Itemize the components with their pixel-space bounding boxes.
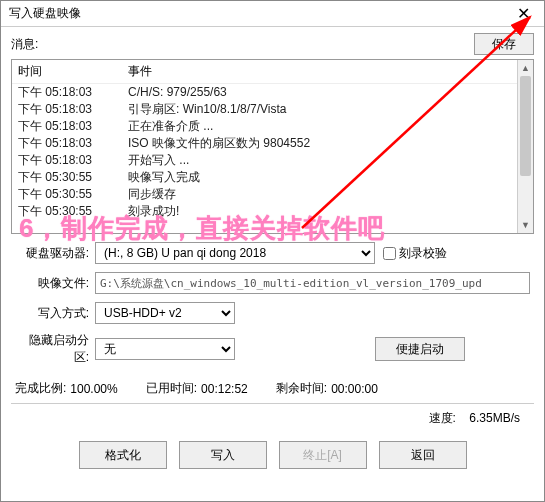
progress-row: 完成比例: 100.00% 已用时间: 00:12:52 剩余时间: 00:00…	[1, 374, 544, 403]
verify-checkbox-wrap[interactable]: 刻录校验	[383, 245, 447, 262]
drive-label: 硬盘驱动器:	[15, 245, 95, 262]
window-title: 写入硬盘映像	[1, 5, 502, 22]
remain-value: 00:00:00	[331, 382, 378, 396]
hide-boot-row: 隐藏启动分区: 无 便捷启动	[15, 332, 530, 366]
log-header-event: 事件	[128, 63, 152, 80]
message-row: 消息: 保存	[1, 27, 544, 59]
speed-row: 速度: 6.35MB/s	[1, 404, 544, 427]
titlebar: 写入硬盘映像 ✕	[1, 1, 544, 27]
log-row: 下午 05:30:55映像写入完成	[18, 169, 527, 186]
log-row: 下午 05:18:03正在准备介质 ...	[18, 118, 527, 135]
form-area: 硬盘驱动器: (H:, 8 GB) U pan qi dong 2018 刻录校…	[1, 234, 544, 366]
log-row: 下午 05:18:03C/H/S: 979/255/63	[18, 84, 527, 101]
quick-boot-button[interactable]: 便捷启动	[375, 337, 465, 361]
log-row: 下午 05:18:03开始写入 ...	[18, 152, 527, 169]
scroll-up-icon[interactable]: ▲	[518, 60, 533, 76]
scroll-thumb[interactable]	[520, 76, 531, 176]
hide-boot-label: 隐藏启动分区:	[15, 332, 95, 366]
image-row: 映像文件:	[15, 272, 530, 294]
drive-select[interactable]: (H:, 8 GB) U pan qi dong 2018	[95, 242, 375, 264]
log-header: 时间 事件	[12, 60, 533, 84]
write-mode-label: 写入方式:	[15, 305, 95, 322]
log-rows: 下午 05:18:03C/H/S: 979/255/63 下午 05:18:03…	[12, 84, 533, 222]
verify-checkbox[interactable]	[383, 247, 396, 260]
log-panel: 时间 事件 下午 05:18:03C/H/S: 979/255/63 下午 05…	[11, 59, 534, 234]
verify-label: 刻录校验	[399, 245, 447, 262]
write-button[interactable]: 写入	[179, 441, 267, 469]
log-header-time: 时间	[18, 63, 128, 80]
image-label: 映像文件:	[15, 275, 95, 292]
percent-value: 100.00%	[70, 382, 117, 396]
format-button[interactable]: 格式化	[79, 441, 167, 469]
log-scrollbar[interactable]: ▲ ▼	[517, 60, 533, 233]
close-button[interactable]: ✕	[502, 2, 544, 26]
speed-value: 6.35MB/s	[469, 411, 520, 425]
speed-label: 速度:	[429, 411, 456, 425]
hide-boot-select[interactable]: 无	[95, 338, 235, 360]
percent-label: 完成比例:	[15, 380, 66, 397]
dialog-window: 写入硬盘映像 ✕ 消息: 保存 时间 事件 下午 05:18:03C/H/S: …	[0, 0, 545, 502]
abort-button: 终止[A]	[279, 441, 367, 469]
elapsed-label: 已用时间:	[146, 380, 197, 397]
write-mode-select[interactable]: USB-HDD+ v2	[95, 302, 235, 324]
save-button[interactable]: 保存	[474, 33, 534, 55]
button-row: 格式化 写入 终止[A] 返回	[1, 427, 544, 469]
image-path-input[interactable]	[95, 272, 530, 294]
remain-label: 剩余时间:	[276, 380, 327, 397]
write-mode-row: 写入方式: USB-HDD+ v2	[15, 302, 530, 324]
log-row: 下午 05:18:03引导扇区: Win10/8.1/8/7/Vista	[18, 101, 527, 118]
elapsed-value: 00:12:52	[201, 382, 248, 396]
log-row: 下午 05:30:55同步缓存	[18, 186, 527, 203]
back-button[interactable]: 返回	[379, 441, 467, 469]
log-row: 下午 05:30:55刻录成功!	[18, 203, 527, 220]
scroll-down-icon[interactable]: ▼	[518, 217, 533, 233]
log-row: 下午 05:18:03ISO 映像文件的扇区数为 9804552	[18, 135, 527, 152]
message-label: 消息:	[11, 36, 474, 53]
drive-row: 硬盘驱动器: (H:, 8 GB) U pan qi dong 2018 刻录校…	[15, 242, 530, 264]
